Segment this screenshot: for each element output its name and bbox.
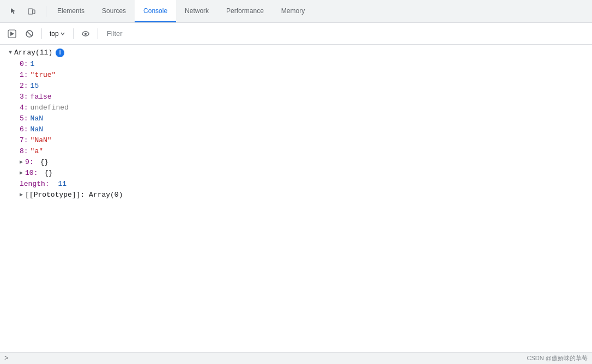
item-key-1: 1: [20,70,28,80]
toolbar-divider [41,28,42,39]
array-header[interactable]: ▼ Array(11) i [0,47,592,59]
tab-bar: Elements Sources Console Network Perform… [0,0,592,23]
length-row: length: 11 [17,179,592,190]
length-key: length: [20,179,50,189]
item-value-7: "NaN" [31,136,52,145]
item-value-9: {} [36,157,49,167]
prototype-label: [[Prototype]]: Array(0) [25,190,123,200]
array-title: Array(11) [14,48,52,58]
array-item-3: 3: false [17,92,592,102]
tab-icons [2,4,44,19]
tab-elements[interactable]: Elements [49,0,93,22]
toolbar: top [0,23,592,45]
item-value-3: false [31,92,52,102]
array-item-7: 7: "NaN" [17,135,592,146]
execute-btn[interactable] [4,26,20,41]
length-value: 11 [58,179,67,189]
tab-console[interactable]: Console [135,0,176,22]
item-key-0: 0: [20,59,28,69]
array-item-1: 1: "true" [17,70,592,81]
tab-sources[interactable]: Sources [93,0,135,22]
execute-icon [8,29,16,38]
item-value-0: 1 [31,59,35,69]
console-content: ▼ Array(11) i 0: 1 1: "true" 2: 15 3: fa… [0,45,592,352]
toolbar-divider-3 [98,28,98,39]
tab-performance[interactable]: Performance [218,0,273,22]
item-value-1: "true" [31,70,56,80]
prototype-row[interactable]: ▶ [[Prototype]]: Array(0) [17,190,592,201]
item-key-5: 5: [20,114,28,124]
item-value-2: 15 [31,81,39,91]
device-icon-btn[interactable] [24,4,39,19]
toolbar-divider-2 [73,28,74,39]
item-key-8: 8: [20,147,28,156]
item-value-4: undefined [31,103,69,113]
tab-network[interactable]: Network [176,0,218,22]
item-key-3: 3: [20,92,28,102]
array-item-2: 2: 15 [17,81,592,92]
console-prompt[interactable]: > [4,354,9,362]
svg-rect-1 [33,10,35,14]
array-item-5: 5: NaN [17,113,592,124]
device-icon [27,7,36,16]
chevron-down-icon [60,31,65,37]
svg-rect-0 [28,9,33,14]
cursor-icon [10,7,19,16]
watermark: CSDN @傲娇味的草莓 [527,354,588,362]
clear-btn[interactable] [22,26,37,41]
item-key-2: 2: [20,81,28,91]
array-item-4: 4: undefined [17,102,592,113]
top-selector[interactable]: top [46,29,69,39]
item-value-8: "a" [31,147,43,156]
svg-point-7 [84,33,87,35]
block-icon [25,29,34,38]
cursor-icon-btn[interactable] [7,4,22,19]
item-value-10: {} [40,168,52,178]
item-key-10: 10: [25,168,38,178]
item-key-7: 7: [20,136,28,145]
expand-arrow-9: ▶ [20,157,23,167]
item-value-5: NaN [31,114,43,124]
info-badge: i [56,48,64,57]
array-item-6: 6: NaN [17,124,592,135]
array-item-9[interactable]: ▶ 9: {} [17,157,592,168]
tab-memory[interactable]: Memory [273,0,313,22]
array-item-0: 0: 1 [17,59,592,70]
item-key-9: 9: [25,157,34,167]
item-key-4: 4: [20,103,28,113]
svg-line-5 [27,31,32,36]
watch-btn[interactable] [78,26,93,41]
collapse-arrow: ▼ [9,48,12,58]
item-key-6: 6: [20,125,28,135]
array-items: 0: 1 1: "true" 2: 15 3: false 4: undefin… [0,59,592,201]
array-item-8: 8: "a" [17,146,592,157]
svg-marker-3 [10,32,14,36]
status-bar: > CSDN @傲娇味的草莓 [0,352,592,364]
array-item-10[interactable]: ▶ 10: {} [17,168,592,179]
tab-divider [46,6,46,17]
expand-arrow-10: ▶ [20,168,23,178]
filter-input[interactable] [102,27,588,40]
item-value-6: NaN [31,125,43,135]
expand-arrow-proto: ▶ [20,190,23,200]
eye-icon [81,29,90,38]
tabs: Elements Sources Console Network Perform… [49,0,313,22]
